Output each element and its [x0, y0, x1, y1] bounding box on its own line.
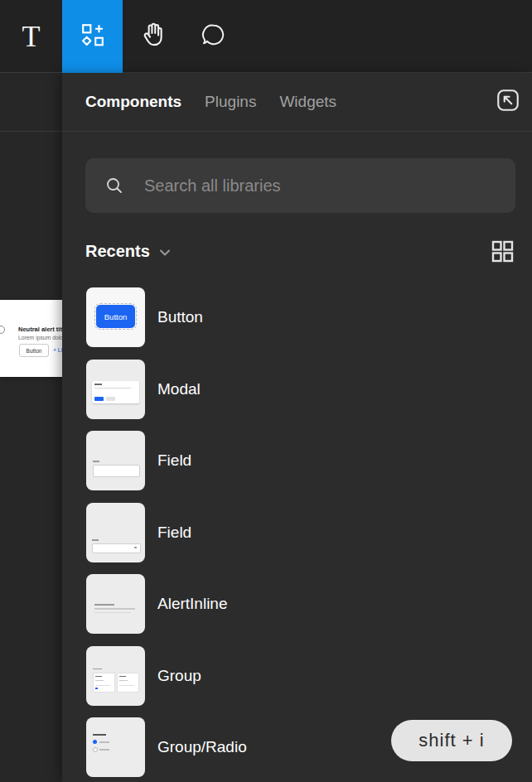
text-tool-button[interactable]: T	[0, 0, 62, 73]
grid-view-icon[interactable]	[491, 240, 514, 263]
tab-components[interactable]: Components	[85, 93, 181, 111]
list-item-label: Group	[157, 667, 201, 685]
list-item-modal[interactable]: Modal	[86, 360, 517, 419]
field-label-line	[92, 539, 99, 541]
canvas-frame-edge	[0, 131, 62, 132]
canvas-area[interactable]: Neutral alert title Lorem ipsum dolor am…	[0, 73, 62, 782]
recents-header: Recents	[85, 235, 514, 267]
search-box[interactable]	[85, 158, 515, 213]
alert-title-line	[94, 604, 114, 606]
list-item-field[interactable]: Field	[86, 431, 517, 490]
assets-panel: Components Plugins Widgets Recents	[62, 73, 532, 782]
tab-widgets[interactable]: Widgets	[279, 93, 336, 111]
alert-inline-preview-thumbnail	[86, 574, 145, 634]
field-select-preview-thumbnail	[86, 503, 145, 562]
list-item-button[interactable]: Button Button	[86, 287, 517, 347]
select-arrow	[134, 547, 137, 548]
chevron-down-icon[interactable]	[159, 245, 171, 260]
list-item-label: Button	[157, 308, 203, 326]
assets-tool-button[interactable]	[62, 0, 123, 73]
button-preview-thumbnail: Button	[86, 287, 145, 347]
info-icon	[0, 326, 5, 334]
group-radio-preview-thumbnail	[86, 717, 145, 777]
panel-tabs: Components Plugins Widgets	[62, 73, 532, 132]
search-input[interactable]	[143, 176, 504, 196]
recents-list: Button Button Modal Field	[86, 287, 517, 782]
field-label-line	[93, 461, 99, 462]
text-tool-icon: T	[22, 22, 41, 51]
radio-group-label-line	[93, 734, 106, 736]
alert-body-line	[94, 612, 131, 614]
assets-icon	[80, 22, 105, 51]
recents-title[interactable]: Recents	[85, 242, 150, 261]
modal-preview	[92, 381, 139, 403]
list-item-group[interactable]: Group	[86, 646, 517, 706]
alert-body: Lorem ipsum dolor amet consect	[18, 335, 62, 340]
modal-preview-thumbnail	[86, 360, 145, 419]
alert-title: Neutral alert title	[18, 326, 62, 333]
alert-body-line	[94, 608, 135, 610]
group-label-line	[93, 669, 102, 670]
detach-icon	[495, 87, 521, 117]
detach-panel-button[interactable]	[493, 87, 523, 117]
list-item-field-select[interactable]: Field	[86, 503, 517, 562]
list-item-alertinline[interactable]: AlertInline	[86, 574, 517, 634]
radio-selected	[93, 740, 97, 744]
hand-icon	[139, 21, 167, 52]
list-item-label: Group/Radio	[157, 738, 247, 756]
radio-label-line	[99, 749, 109, 751]
radio-label-line	[99, 741, 109, 743]
button-preview: Button	[96, 305, 135, 328]
group-preview-thumbnail	[86, 646, 145, 706]
group-card	[117, 673, 139, 693]
radio-unselected	[93, 747, 98, 752]
alert-button: Button	[19, 344, 49, 357]
comment-icon	[201, 22, 227, 51]
list-item-label: Field	[157, 451, 191, 470]
alert-link: + Link text	[53, 347, 62, 353]
list-item-label: AlertInline	[157, 595, 228, 613]
list-item-label: Modal	[157, 380, 201, 398]
shortcut-badge: shift + i	[391, 720, 512, 761]
figma-assets-screen: T	[0, 0, 532, 782]
canvas-alert-component[interactable]: Neutral alert title Lorem ipsum dolor am…	[0, 300, 62, 377]
field-select-box	[92, 543, 141, 553]
comment-tool-button[interactable]	[183, 0, 244, 73]
field-input-box	[93, 465, 140, 477]
group-card	[93, 673, 115, 693]
list-item-label: Field	[157, 524, 191, 542]
search-icon	[104, 176, 124, 196]
toolbar: T	[0, 0, 532, 73]
field-input-preview-thumbnail	[86, 431, 145, 490]
tab-plugins[interactable]: Plugins	[205, 93, 256, 111]
hand-tool-button[interactable]	[123, 0, 183, 73]
